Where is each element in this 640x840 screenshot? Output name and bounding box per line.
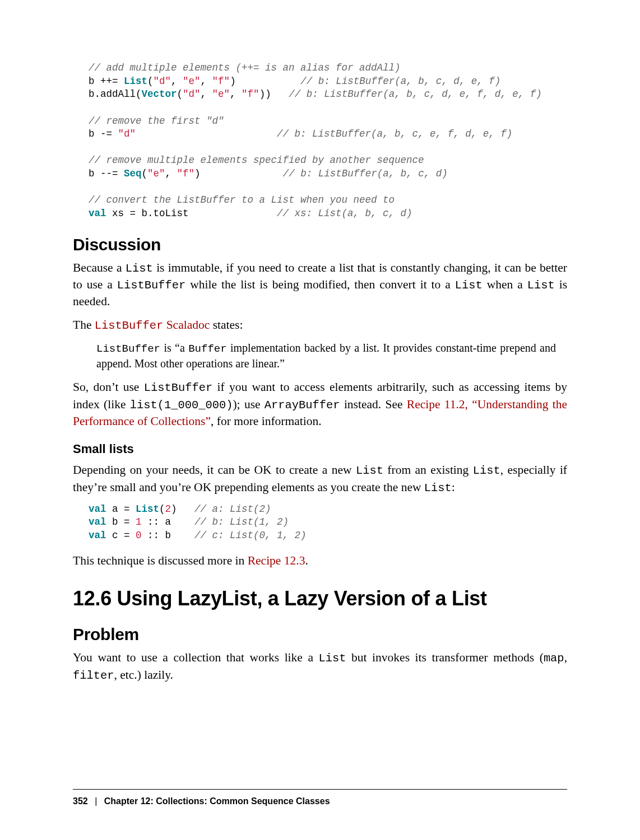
- code-inline: ListBuffer: [96, 343, 160, 355]
- page: // add multiple elements (++= is an alia…: [0, 0, 640, 840]
- text: This technique is discussed more in: [73, 554, 248, 567]
- blockquote-scaladoc: ListBuffer is “a Buffer implementation b…: [96, 340, 567, 372]
- paragraph-small-lists-2: This technique is discussed more in Reci…: [73, 553, 567, 570]
- text: ); use: [233, 398, 264, 411]
- blockquote-text: ListBuffer is “a Buffer implementation b…: [96, 340, 556, 372]
- text: Because a: [73, 261, 126, 274]
- link-recipe-12-3[interactable]: Recipe 12.3: [248, 554, 305, 567]
- code-inline: ListBuffer: [144, 381, 212, 394]
- heading-discussion: Discussion: [73, 235, 567, 254]
- code-inline: List: [319, 652, 346, 665]
- code-inline: List: [455, 279, 483, 292]
- page-footer: 352 | Chapter 12: Collections: Common Se…: [73, 789, 567, 806]
- paragraph-scaladoc-intro: The ListBuffer Scaladoc states:: [73, 317, 567, 334]
- text: .: [305, 554, 308, 567]
- chapter-title: Chapter 12: Collections: Common Sequence…: [104, 796, 330, 806]
- heading-recipe-12-6: 12.6 Using LazyList, a Lazy Version of a…: [73, 587, 567, 610]
- heading-small-lists: Small lists: [73, 442, 567, 456]
- code-block-listbuffer: // add multiple elements (++= is an alia…: [89, 62, 567, 221]
- code-inline: list(1_000_000): [130, 399, 233, 412]
- text: , for more information.: [211, 414, 322, 428]
- text: :: [452, 480, 455, 494]
- text: while the list is being modified, then c…: [185, 278, 455, 291]
- link-listbuffer-scaladoc[interactable]: ListBuffer Scaladoc: [95, 318, 210, 332]
- text: states:: [210, 318, 243, 332]
- text: instead. See: [340, 398, 407, 411]
- text: You want to use a collection that works …: [73, 651, 319, 664]
- text: Depending on your needs, it can be OK to…: [73, 463, 356, 477]
- code-inline: List: [424, 482, 452, 494]
- text: , etc.) lazily.: [114, 668, 173, 682]
- code-inline: List: [356, 464, 383, 477]
- code-inline: ArrayBuffer: [265, 399, 340, 412]
- footer-separator: |: [95, 796, 97, 806]
- paragraph-problem: You want to use a collection that works …: [73, 650, 567, 683]
- code-inline: ListBuffer: [117, 279, 185, 292]
- code-inline: List: [527, 279, 555, 292]
- text: So, don’t use: [73, 380, 144, 394]
- code-block-small-lists: val a = List(2) // a: List(2) val b = 1 …: [89, 503, 567, 543]
- text: but invokes its transformer methods (: [346, 651, 544, 664]
- text: is “a: [160, 342, 188, 354]
- code-inline: List: [473, 464, 500, 477]
- text: when a: [483, 278, 527, 291]
- code-inline: map: [544, 652, 564, 665]
- text: The: [73, 318, 95, 332]
- code-inline: List: [126, 262, 153, 275]
- paragraph-discussion-1: Because a List is immutable, if you need…: [73, 260, 567, 310]
- code-inline: Buffer: [188, 343, 226, 355]
- heading-problem: Problem: [73, 625, 567, 644]
- code-inline: filter: [73, 669, 114, 682]
- page-number: 352: [73, 796, 88, 806]
- paragraph-small-lists-1: Depending on your needs, it can be OK to…: [73, 462, 567, 496]
- text: from an existing: [383, 463, 473, 477]
- code-inline: ListBuffer: [95, 319, 163, 332]
- text: ,: [564, 651, 567, 664]
- paragraph-discussion-3: So, don’t use ListBuffer if you want to …: [73, 379, 567, 430]
